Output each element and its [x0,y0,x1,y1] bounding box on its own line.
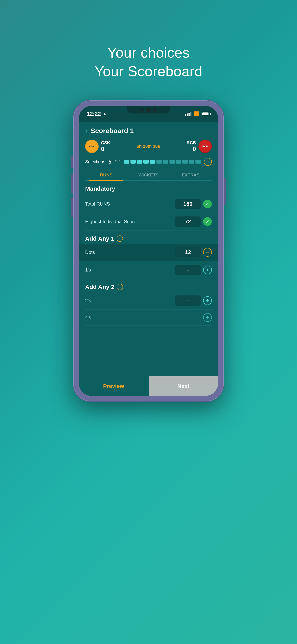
volume-silent-button [71,156,73,168]
selections-bar: Selections 5 /12 − [79,156,218,169]
fours-controls: + [203,313,212,322]
back-button[interactable]: ‹ [85,126,88,135]
add-any-1-title: Add Any 1 [85,235,114,242]
twos-value[interactable]: - [175,296,201,306]
progress-dots [124,160,201,164]
rcb-badge: RCB [198,140,212,153]
total-runs-controls: 180 ✓ [175,199,212,209]
match-time: 6h 10m 30s [136,144,160,149]
selections-label: Selections [85,159,105,164]
dot-3 [137,160,142,164]
add-any-2-header: Add Any 2 i [85,284,212,290]
dot-7 [163,160,168,164]
highest-score-row: Highest Individual Score 72 ✓ [85,213,212,230]
highest-score-check: ✓ [203,217,212,226]
status-bar: 12:22 ▲ 📶 [79,106,218,122]
total-runs-value[interactable]: 180 [175,199,201,209]
scoreboard-title: Scoreboard 1 [91,127,134,135]
wifi-icon: 📶 [194,111,199,116]
total-runs-row: Total RUNS 180 ✓ [85,195,212,213]
dots-controls: 12 − [175,247,212,258]
phone-mockup: 12:22 ▲ 📶 [73,100,224,402]
ones-row: 1's - + [85,261,212,279]
title-line2: Your Scoreboard [94,62,202,81]
team1-score: 0 [101,145,110,153]
dot-4 [143,160,149,164]
app-header: ‹ Scoreboard 1 [79,122,218,138]
dot-11 [189,160,194,164]
teams-bar: CSK CSK 0 6h 10m 30s RCB RCB 0 [79,138,218,156]
ones-plus-button[interactable]: + [203,266,212,274]
notch-dot2 [154,108,156,111]
team1-info: CSK 0 [101,140,110,153]
phone-screen: 12:22 ▲ 📶 [79,106,218,396]
tab-runs[interactable]: RUNS [85,169,127,180]
highest-score-value[interactable]: 72 [175,216,201,227]
add-any-1-info-icon[interactable]: i [116,236,123,242]
selections-total: /12 [115,159,121,164]
ones-controls: - + [175,265,212,275]
status-time: 12:22 ▲ [87,111,107,117]
remove-selection-button[interactable]: − [204,158,212,166]
volume-up-button [71,174,73,194]
app-content: ‹ Scoreboard 1 CSK CSK 0 6h 10m 30s [79,122,218,396]
dots-value[interactable]: 12 [175,247,201,258]
twos-controls: - + [175,296,212,306]
bottom-buttons: Preview Next [79,376,218,396]
next-button[interactable]: Next [149,376,218,396]
ones-value[interactable]: - [175,265,201,275]
page-title-block: Your choices Your Scoreboard [94,44,202,80]
dots-label: Dots [85,250,95,255]
preview-button[interactable]: Preview [79,376,149,396]
total-runs-check: ✓ [203,200,212,208]
status-icons: 📶 [185,111,210,116]
team2-block: RCB RCB 0 [186,140,212,153]
title-line1: Your choices [94,44,202,62]
twos-label: 2's [85,298,91,304]
scroll-content: Mandatory Total RUNS 180 ✓ Highest Indiv… [79,180,218,376]
dot-6 [156,160,162,164]
team1-block: CSK CSK 0 [85,140,110,153]
notch-camera [146,108,151,112]
tab-extras[interactable]: EXTRAS [170,169,212,180]
dot-10 [182,160,188,164]
team2-score: 0 [192,145,196,153]
dot-8 [170,160,175,164]
dots-minus-button[interactable]: − [203,248,212,257]
tab-wickets[interactable]: WICKETS [127,169,170,180]
add-any-2-info-icon[interactable]: i [116,284,123,290]
mandatory-title: Mandatory [85,185,212,192]
selections-current: 5 [108,158,112,165]
battery-icon [202,112,210,116]
csk-badge: CSK [85,140,98,153]
power-button [224,178,226,205]
dot-5 [150,160,155,164]
fours-label: 4's [85,315,91,320]
team1-name: CSK [101,140,110,145]
team2-name: RCB [186,140,196,145]
notch-dot [141,108,144,111]
dot-12 [196,160,201,164]
fours-row: 4's + [85,310,212,326]
dot-9 [176,160,181,164]
location-icon: ▲ [102,111,107,116]
team2-info: RCB 0 [186,140,196,153]
add-any-2-title: Add Any 2 [85,284,114,290]
dot-2 [130,160,136,164]
tabs-bar: RUNS WICKETS EXTRAS [85,169,212,180]
total-runs-label: Total RUNS [85,201,110,207]
twos-row: 2's - + [85,292,212,310]
notch [127,106,170,114]
volume-down-button [71,198,73,217]
add-any-1-header: Add Any 1 i [85,235,212,242]
ones-label: 1's [85,267,91,273]
dots-row: Dots 12 − [79,244,218,261]
signal-icon [185,112,192,116]
highest-score-controls: 72 ✓ [175,216,212,227]
highest-score-label: Highest Individual Score [85,219,136,224]
fours-plus-button[interactable]: + [203,313,212,322]
twos-plus-button[interactable]: + [203,296,212,305]
dot-1 [124,160,129,164]
